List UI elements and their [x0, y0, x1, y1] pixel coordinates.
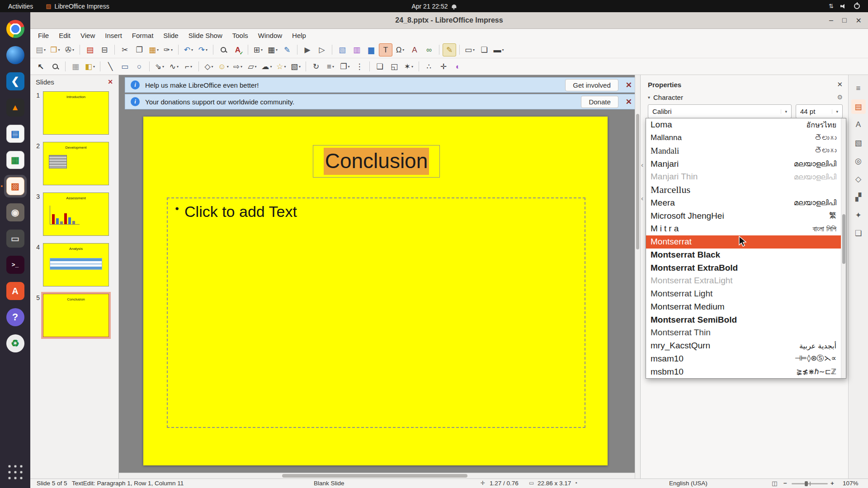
open-file-button[interactable]: ❒▾ — [48, 43, 62, 56]
character-section-header[interactable]: ▾ Character ⚙ — [648, 91, 843, 103]
helplines-while-moving-button[interactable]: ▦ — [69, 60, 82, 73]
block-arrows-button[interactable]: ⇨▾ — [231, 60, 245, 73]
export-pdf-button[interactable]: ▤ — [83, 43, 97, 56]
display-views-button[interactable]: ▬▾ — [492, 43, 505, 56]
font-option-mandali[interactable]: Mandaliతెలుగు — [646, 145, 841, 158]
show-grid-button[interactable]: ▦▾ — [266, 43, 279, 56]
dropdown-caret-icon[interactable]: ▾ — [157, 48, 159, 52]
symbol-shapes-button[interactable]: ☺▾ — [217, 60, 230, 73]
ellipse-button[interactable]: ○ — [132, 60, 146, 73]
flowchart-shapes-button[interactable]: ▱▾ — [245, 60, 259, 73]
title-text-box[interactable]: Conclusion — [313, 145, 440, 178]
slide-thumbnail-5[interactable]: 5Conclusion — [30, 294, 116, 337]
sidebar-collapse-icon[interactable]: ‹ — [641, 194, 643, 202]
font-option-microsoft-jhenghei[interactable]: Microsoft JhengHei繁 — [646, 209, 841, 222]
zoom-and-pan-button[interactable] — [48, 60, 62, 73]
redo-button[interactable]: ↷▾ — [196, 43, 210, 56]
curves-and-polygons-button[interactable]: ∿▾ — [167, 60, 181, 73]
properties-close-icon[interactable]: ✕ — [837, 80, 843, 89]
web-browser-dock-item[interactable] — [4, 44, 27, 66]
menu-file[interactable]: File — [33, 30, 54, 41]
crop-image-button[interactable]: ◱ — [387, 60, 401, 73]
font-option-manjari[interactable]: Manjariമലയാളലിപി — [646, 157, 841, 170]
undo-button[interactable]: ↶▾ — [182, 43, 195, 56]
show-draw-functions-button[interactable]: ✎ — [443, 43, 456, 56]
dropdown-caret-icon[interactable]: ▾ — [58, 48, 60, 52]
menu-window[interactable]: Window — [253, 30, 287, 41]
get-involved-button[interactable]: Get involved — [565, 79, 618, 91]
font-size-dropdown-icon[interactable]: ▾ — [832, 109, 838, 114]
notification-close-icon[interactable]: ✕ — [626, 97, 632, 107]
callout-shapes-button[interactable]: ☁▾ — [260, 60, 274, 73]
font-dropdown-scrollbar-thumb[interactable] — [842, 214, 845, 264]
menu-slide-show[interactable]: Slide Show — [184, 30, 227, 41]
character-settings-icon[interactable]: ⚙ — [837, 94, 843, 101]
font-dropdown-scrollbar[interactable] — [841, 118, 846, 378]
navigator-tab[interactable]: ◎ — [851, 154, 866, 168]
zoom-out-button[interactable]: − — [783, 480, 787, 487]
font-size-combobox[interactable]: 44 pt ▾ — [796, 104, 843, 118]
dropdown-caret-icon[interactable]: ▾ — [402, 48, 404, 52]
insert-text-box-button[interactable]: T — [379, 43, 392, 56]
slide-thumbnail-1[interactable]: 1Introduction — [30, 91, 116, 135]
vertical-scrollbar[interactable] — [635, 75, 640, 479]
find-and-replace-button[interactable] — [217, 43, 230, 56]
insert-table-button[interactable]: ⊞▾ — [251, 43, 265, 56]
insert-hyperlink-button[interactable]: ∞ — [422, 43, 436, 56]
start-from-current-slide-button[interactable]: ▷ — [315, 43, 329, 56]
dropdown-caret-icon[interactable]: ▾ — [206, 48, 208, 52]
font-option-montserrat-medium[interactable]: Montserrat Medium — [646, 300, 841, 314]
dropdown-caret-icon[interactable]: ▾ — [332, 65, 334, 69]
glue-points-button[interactable]: ✛ — [437, 60, 450, 73]
sidebar-collapse-icon[interactable]: ‹ — [641, 161, 643, 169]
insert-image-button[interactable]: ▧ — [335, 43, 349, 56]
duplicate-slide-button[interactable]: ❏ — [477, 43, 491, 56]
select-button[interactable]: ↖ — [34, 60, 47, 73]
new-document-button[interactable]: ▤▾ — [34, 43, 47, 56]
trash-dock-item[interactable]: ♻ — [4, 332, 27, 355]
zoom-fit-icon[interactable]: ◫ — [772, 480, 777, 487]
chrome-dock-item[interactable] — [4, 18, 27, 40]
slide-thumbnail-3[interactable]: 3Assessment — [30, 192, 116, 236]
snap-guides-button[interactable]: ✎ — [280, 43, 294, 56]
software-store-dock-item[interactable]: A — [4, 280, 27, 302]
dropdown-caret-icon[interactable]: ▾ — [255, 65, 257, 69]
font-option-mry-kacstqurn[interactable]: mry_KacstQurnأبجدية عربية — [646, 339, 841, 352]
dropdown-caret-icon[interactable]: ▾ — [190, 65, 192, 69]
dropdown-caret-icon[interactable]: ▾ — [212, 65, 213, 69]
shapes-tab[interactable]: ◇ — [851, 172, 866, 186]
show-applications-dock-item[interactable] — [4, 461, 27, 483]
font-option-manjari-thin[interactable]: Manjari Thinമലയാളലിപി — [646, 170, 841, 183]
donate-button[interactable]: Donate — [581, 96, 618, 108]
font-option-montserrat-extralight[interactable]: Montserrat ExtraLight — [646, 274, 841, 287]
files-dock-item[interactable]: ▭ — [4, 227, 27, 250]
notification-close-icon[interactable]: ✕ — [626, 80, 632, 90]
zoom-in-button[interactable]: + — [830, 480, 834, 487]
libreoffice-impress-dock-item[interactable]: ▨ — [4, 175, 27, 197]
insert-line-button[interactable]: ╲ — [104, 60, 117, 73]
vertical-scrollbar-thumb[interactable] — [636, 114, 639, 249]
edit-points-button[interactable]: ∴ — [422, 60, 436, 73]
insert-fontwork-button[interactable]: A — [408, 43, 421, 56]
zoom-slider-thumb[interactable] — [805, 481, 808, 486]
menu-slide[interactable]: Slide — [158, 30, 183, 41]
print-directly-button[interactable]: ⊟ — [98, 43, 111, 56]
slides-panel-close-icon[interactable]: ✕ — [108, 78, 113, 85]
font-option-montserrat-light[interactable]: Montserrat Light — [646, 287, 841, 300]
font-option-loma[interactable]: Lomaอักษรไทย — [646, 118, 841, 131]
cut-button[interactable]: ✂ — [118, 43, 132, 56]
libreoffice-calc-dock-item[interactable]: ▦ — [4, 149, 27, 171]
dropdown-caret-icon[interactable]: ▾ — [261, 48, 263, 52]
start-from-first-slide-button[interactable]: ▶ — [301, 43, 314, 56]
fill-color-button[interactable]: ◧▾ — [83, 60, 97, 73]
font-option-meera[interactable]: Meeraമലയാളലിപി — [646, 197, 841, 210]
dropdown-caret-icon[interactable]: ▾ — [270, 65, 272, 69]
vscode-dock-item[interactable]: ❮ — [4, 70, 27, 93]
insert-special-character-button[interactable]: Ω▾ — [393, 43, 407, 56]
clone-formatting-button[interactable]: ✑▾ — [161, 43, 175, 56]
activities-button[interactable]: Activities — [0, 0, 41, 12]
dropdown-caret-icon[interactable]: ▾ — [502, 48, 504, 52]
gallery-tab[interactable]: ▧ — [851, 136, 866, 150]
distribute-selection-button[interactable]: ⋮ — [353, 60, 366, 73]
styles-tab[interactable]: A — [851, 117, 866, 132]
